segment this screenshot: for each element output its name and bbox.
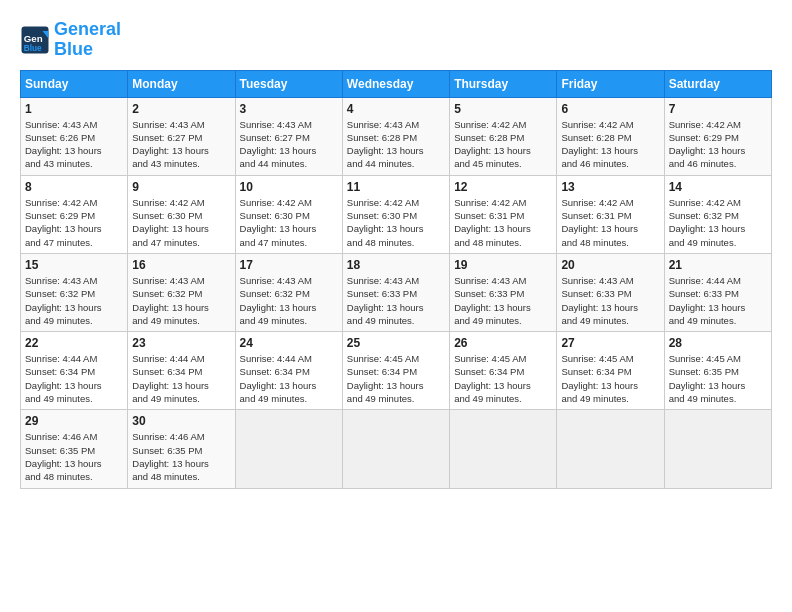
day-number: 22	[25, 336, 123, 350]
calendar-cell: 10 Sunrise: 4:42 AMSunset: 6:30 PMDaylig…	[235, 175, 342, 253]
calendar-cell: 20 Sunrise: 4:43 AMSunset: 6:33 PMDaylig…	[557, 253, 664, 331]
calendar-cell: 26 Sunrise: 4:45 AMSunset: 6:34 PMDaylig…	[450, 332, 557, 410]
day-info: Sunrise: 4:42 AMSunset: 6:29 PMDaylight:…	[25, 196, 123, 249]
calendar-cell	[342, 410, 449, 488]
day-number: 2	[132, 102, 230, 116]
weekday-header-monday: Monday	[128, 70, 235, 97]
weekday-header-sunday: Sunday	[21, 70, 128, 97]
day-number: 13	[561, 180, 659, 194]
day-number: 18	[347, 258, 445, 272]
day-info: Sunrise: 4:45 AMSunset: 6:34 PMDaylight:…	[561, 352, 659, 405]
day-info: Sunrise: 4:44 AMSunset: 6:34 PMDaylight:…	[240, 352, 338, 405]
day-number: 15	[25, 258, 123, 272]
day-number: 26	[454, 336, 552, 350]
calendar-cell: 13 Sunrise: 4:42 AMSunset: 6:31 PMDaylig…	[557, 175, 664, 253]
day-number: 14	[669, 180, 767, 194]
calendar-cell: 1 Sunrise: 4:43 AMSunset: 6:26 PMDayligh…	[21, 97, 128, 175]
logo: Gen Blue GeneralBlue	[20, 20, 121, 60]
calendar-header-row: SundayMondayTuesdayWednesdayThursdayFrid…	[21, 70, 772, 97]
calendar-cell: 12 Sunrise: 4:42 AMSunset: 6:31 PMDaylig…	[450, 175, 557, 253]
day-number: 28	[669, 336, 767, 350]
day-number: 8	[25, 180, 123, 194]
day-info: Sunrise: 4:42 AMSunset: 6:29 PMDaylight:…	[669, 118, 767, 171]
day-number: 30	[132, 414, 230, 428]
calendar-week-3: 15 Sunrise: 4:43 AMSunset: 6:32 PMDaylig…	[21, 253, 772, 331]
day-info: Sunrise: 4:45 AMSunset: 6:34 PMDaylight:…	[347, 352, 445, 405]
calendar-cell: 14 Sunrise: 4:42 AMSunset: 6:32 PMDaylig…	[664, 175, 771, 253]
day-number: 27	[561, 336, 659, 350]
day-info: Sunrise: 4:43 AMSunset: 6:32 PMDaylight:…	[240, 274, 338, 327]
calendar-cell: 30 Sunrise: 4:46 AMSunset: 6:35 PMDaylig…	[128, 410, 235, 488]
logo-icon: Gen Blue	[20, 25, 50, 55]
calendar-cell	[664, 410, 771, 488]
day-info: Sunrise: 4:43 AMSunset: 6:33 PMDaylight:…	[347, 274, 445, 327]
day-number: 21	[669, 258, 767, 272]
calendar-cell: 22 Sunrise: 4:44 AMSunset: 6:34 PMDaylig…	[21, 332, 128, 410]
calendar-cell: 17 Sunrise: 4:43 AMSunset: 6:32 PMDaylig…	[235, 253, 342, 331]
weekday-header-saturday: Saturday	[664, 70, 771, 97]
calendar-cell: 16 Sunrise: 4:43 AMSunset: 6:32 PMDaylig…	[128, 253, 235, 331]
day-info: Sunrise: 4:43 AMSunset: 6:26 PMDaylight:…	[25, 118, 123, 171]
calendar-cell	[235, 410, 342, 488]
day-info: Sunrise: 4:46 AMSunset: 6:35 PMDaylight:…	[25, 430, 123, 483]
day-info: Sunrise: 4:43 AMSunset: 6:27 PMDaylight:…	[240, 118, 338, 171]
day-number: 5	[454, 102, 552, 116]
day-info: Sunrise: 4:45 AMSunset: 6:35 PMDaylight:…	[669, 352, 767, 405]
calendar-cell	[557, 410, 664, 488]
calendar-cell: 25 Sunrise: 4:45 AMSunset: 6:34 PMDaylig…	[342, 332, 449, 410]
day-info: Sunrise: 4:43 AMSunset: 6:27 PMDaylight:…	[132, 118, 230, 171]
calendar-cell: 19 Sunrise: 4:43 AMSunset: 6:33 PMDaylig…	[450, 253, 557, 331]
day-info: Sunrise: 4:42 AMSunset: 6:32 PMDaylight:…	[669, 196, 767, 249]
calendar-body: 1 Sunrise: 4:43 AMSunset: 6:26 PMDayligh…	[21, 97, 772, 488]
day-info: Sunrise: 4:46 AMSunset: 6:35 PMDaylight:…	[132, 430, 230, 483]
calendar-cell: 2 Sunrise: 4:43 AMSunset: 6:27 PMDayligh…	[128, 97, 235, 175]
day-number: 16	[132, 258, 230, 272]
calendar-cell: 6 Sunrise: 4:42 AMSunset: 6:28 PMDayligh…	[557, 97, 664, 175]
day-number: 29	[25, 414, 123, 428]
calendar-cell: 23 Sunrise: 4:44 AMSunset: 6:34 PMDaylig…	[128, 332, 235, 410]
calendar-cell: 21 Sunrise: 4:44 AMSunset: 6:33 PMDaylig…	[664, 253, 771, 331]
calendar-week-5: 29 Sunrise: 4:46 AMSunset: 6:35 PMDaylig…	[21, 410, 772, 488]
calendar-cell: 11 Sunrise: 4:42 AMSunset: 6:30 PMDaylig…	[342, 175, 449, 253]
day-info: Sunrise: 4:42 AMSunset: 6:28 PMDaylight:…	[561, 118, 659, 171]
day-info: Sunrise: 4:42 AMSunset: 6:30 PMDaylight:…	[240, 196, 338, 249]
calendar-cell: 5 Sunrise: 4:42 AMSunset: 6:28 PMDayligh…	[450, 97, 557, 175]
calendar-cell: 8 Sunrise: 4:42 AMSunset: 6:29 PMDayligh…	[21, 175, 128, 253]
day-info: Sunrise: 4:43 AMSunset: 6:33 PMDaylight:…	[561, 274, 659, 327]
day-number: 6	[561, 102, 659, 116]
day-number: 12	[454, 180, 552, 194]
weekday-header-friday: Friday	[557, 70, 664, 97]
day-number: 1	[25, 102, 123, 116]
calendar-cell: 4 Sunrise: 4:43 AMSunset: 6:28 PMDayligh…	[342, 97, 449, 175]
day-number: 25	[347, 336, 445, 350]
calendar-week-4: 22 Sunrise: 4:44 AMSunset: 6:34 PMDaylig…	[21, 332, 772, 410]
calendar-cell: 28 Sunrise: 4:45 AMSunset: 6:35 PMDaylig…	[664, 332, 771, 410]
calendar-cell: 7 Sunrise: 4:42 AMSunset: 6:29 PMDayligh…	[664, 97, 771, 175]
day-number: 24	[240, 336, 338, 350]
calendar-cell: 9 Sunrise: 4:42 AMSunset: 6:30 PMDayligh…	[128, 175, 235, 253]
logo-text: GeneralBlue	[54, 20, 121, 60]
weekday-header-wednesday: Wednesday	[342, 70, 449, 97]
day-info: Sunrise: 4:42 AMSunset: 6:30 PMDaylight:…	[347, 196, 445, 249]
day-number: 10	[240, 180, 338, 194]
day-number: 3	[240, 102, 338, 116]
calendar-week-2: 8 Sunrise: 4:42 AMSunset: 6:29 PMDayligh…	[21, 175, 772, 253]
day-info: Sunrise: 4:42 AMSunset: 6:30 PMDaylight:…	[132, 196, 230, 249]
day-info: Sunrise: 4:43 AMSunset: 6:32 PMDaylight:…	[25, 274, 123, 327]
day-number: 19	[454, 258, 552, 272]
calendar-cell: 27 Sunrise: 4:45 AMSunset: 6:34 PMDaylig…	[557, 332, 664, 410]
day-info: Sunrise: 4:44 AMSunset: 6:34 PMDaylight:…	[25, 352, 123, 405]
weekday-header-tuesday: Tuesday	[235, 70, 342, 97]
day-number: 4	[347, 102, 445, 116]
calendar-week-1: 1 Sunrise: 4:43 AMSunset: 6:26 PMDayligh…	[21, 97, 772, 175]
calendar-cell: 29 Sunrise: 4:46 AMSunset: 6:35 PMDaylig…	[21, 410, 128, 488]
day-number: 11	[347, 180, 445, 194]
page-header: Gen Blue GeneralBlue	[20, 20, 772, 60]
day-info: Sunrise: 4:45 AMSunset: 6:34 PMDaylight:…	[454, 352, 552, 405]
day-info: Sunrise: 4:42 AMSunset: 6:31 PMDaylight:…	[561, 196, 659, 249]
calendar-table: SundayMondayTuesdayWednesdayThursdayFrid…	[20, 70, 772, 489]
day-info: Sunrise: 4:44 AMSunset: 6:33 PMDaylight:…	[669, 274, 767, 327]
svg-text:Blue: Blue	[24, 43, 42, 52]
day-info: Sunrise: 4:42 AMSunset: 6:31 PMDaylight:…	[454, 196, 552, 249]
calendar-cell: 18 Sunrise: 4:43 AMSunset: 6:33 PMDaylig…	[342, 253, 449, 331]
